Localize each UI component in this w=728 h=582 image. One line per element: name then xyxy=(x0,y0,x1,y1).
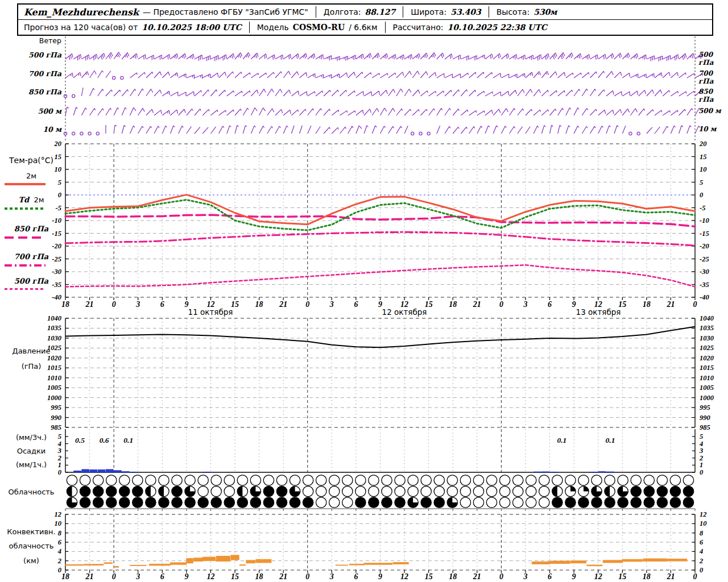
wind-barb-feather xyxy=(613,110,614,114)
wind-barb-staff xyxy=(485,110,492,115)
wind-barb-half-feather xyxy=(444,91,444,93)
wind-barb-staff xyxy=(396,72,403,78)
wind-barb-staff xyxy=(533,126,537,134)
wind-barb-half-feather xyxy=(233,72,233,73)
hour-label-bottom: 12 xyxy=(206,572,214,581)
hour-label-bottom: 18 xyxy=(255,572,263,581)
wind-barb-half-feather xyxy=(586,89,588,90)
wind-barb-feather xyxy=(621,53,622,57)
wind-barb-half-feather xyxy=(152,72,153,74)
wind-barb-half-feather xyxy=(246,126,247,127)
wind-barb-staff xyxy=(590,109,596,115)
pressure-axis-label-right: 995 xyxy=(700,404,710,411)
wind-barb-feather xyxy=(168,72,169,76)
wind-barb-half-feather xyxy=(514,109,515,110)
wind-barb-staff xyxy=(396,109,402,115)
wind-barb-staff xyxy=(308,126,311,134)
wind-barb-feather xyxy=(348,56,348,60)
wind-barb-half-feather xyxy=(449,126,450,128)
hour-label-mid: 6 xyxy=(354,300,358,309)
wind-barb-staff xyxy=(114,52,119,59)
wind-barb-half-feather xyxy=(134,56,134,58)
wind-barb-feather xyxy=(369,55,370,59)
convective-cloud-bar xyxy=(364,563,392,564)
wind-barb-staff xyxy=(461,90,466,96)
pressure-axis-label-right: 1040 xyxy=(700,314,714,322)
calm-wind-icon xyxy=(88,132,91,135)
wind-barb-feather xyxy=(296,55,297,59)
wind-barb-feather xyxy=(111,52,113,56)
hour-label-mid: 6 xyxy=(548,300,552,309)
wind-barb-staff xyxy=(655,127,660,134)
wind-barb-feather xyxy=(169,55,170,59)
wind-barb-feather xyxy=(693,53,694,57)
wind-barb-staff xyxy=(420,72,426,78)
pressure-axis-label-right: 1030 xyxy=(700,334,714,342)
wind-barb-staff xyxy=(510,90,516,96)
calm-wind-icon xyxy=(72,132,75,135)
wind-barb-half-feather xyxy=(311,56,312,58)
wind-barb-feather xyxy=(516,55,517,59)
convective-cloud-bar xyxy=(643,559,667,561)
convective-cloud-bar xyxy=(550,561,570,563)
wind-barb-staff xyxy=(364,126,367,134)
wind-barb-half-feather xyxy=(564,90,565,92)
precip-amount-label: 0.6 xyxy=(100,436,109,444)
wind-barb-staff xyxy=(187,92,194,96)
wind-barb-staff xyxy=(655,110,661,115)
precip-bar xyxy=(130,472,138,472)
wind-barb-feather xyxy=(233,53,234,57)
wind-barb-feather xyxy=(272,89,274,92)
wind-barb-feather xyxy=(363,54,363,58)
wind-barb-half-feather xyxy=(166,126,167,127)
wind-barb-feather xyxy=(652,90,653,94)
wind-barb-staff xyxy=(558,52,564,59)
wind-barb-staff xyxy=(340,90,346,96)
wind-barb-staff xyxy=(663,111,669,115)
wind-barb-staff xyxy=(227,110,233,115)
wind-barb-half-feather xyxy=(384,126,386,128)
wind-barb-staff xyxy=(130,126,134,134)
wind-barb-half-feather xyxy=(120,90,121,92)
wind-barb-staff xyxy=(210,56,218,59)
wind-barb-staff xyxy=(485,92,493,96)
wind-barb-staff xyxy=(437,126,440,134)
wind-barb-half-feather xyxy=(223,126,224,128)
wind-barb-feather xyxy=(621,109,622,113)
wind-barb-feather xyxy=(652,56,653,60)
wind-barb-feather xyxy=(523,89,524,93)
wind-barb-half-feather xyxy=(124,126,126,127)
wind-barb-feather xyxy=(401,89,403,92)
wind-barb-feather xyxy=(654,56,655,60)
wind-barb-half-feather xyxy=(279,126,280,128)
wind-barb-half-feather xyxy=(247,108,249,110)
wind-barb-feather xyxy=(418,90,419,94)
wind-level-label-700hpa-right: 700 гПа xyxy=(698,69,728,85)
wind-barb-half-feather xyxy=(375,126,377,127)
convective-cloud-bar xyxy=(216,556,230,562)
legend-label-td-height: 2м xyxy=(34,196,44,204)
wind-barb-staff xyxy=(501,126,505,134)
wind-barb-feather xyxy=(426,72,428,76)
wind-barb-half-feather xyxy=(200,109,201,111)
wind-barb-feather xyxy=(628,53,630,57)
wind-barb-feather xyxy=(692,55,693,59)
convective-cloud-bar xyxy=(194,558,203,562)
wind-barb-feather xyxy=(395,55,396,59)
wind-barb-feather xyxy=(588,56,588,60)
wind-barb-half-feather xyxy=(514,126,515,128)
wind-barb-half-feather xyxy=(329,127,330,129)
wind-barb-half-feather xyxy=(338,90,338,92)
wind-barb-half-feather xyxy=(609,126,610,127)
temp-axis-label-left: 20 xyxy=(54,140,62,148)
wind-barb-staff xyxy=(485,72,492,78)
calm-wind-icon xyxy=(637,132,640,135)
wind-barb-half-feather xyxy=(569,56,570,57)
calm-wind-icon xyxy=(629,132,632,135)
wind-barb-half-feather xyxy=(596,72,597,73)
wind-barb-feather xyxy=(662,56,663,60)
temp-axis-label-left: -30 xyxy=(52,268,61,276)
wind-barb-half-feather xyxy=(570,108,571,110)
wind-barb-staff xyxy=(518,109,523,115)
wind-barb-feather xyxy=(110,54,111,57)
